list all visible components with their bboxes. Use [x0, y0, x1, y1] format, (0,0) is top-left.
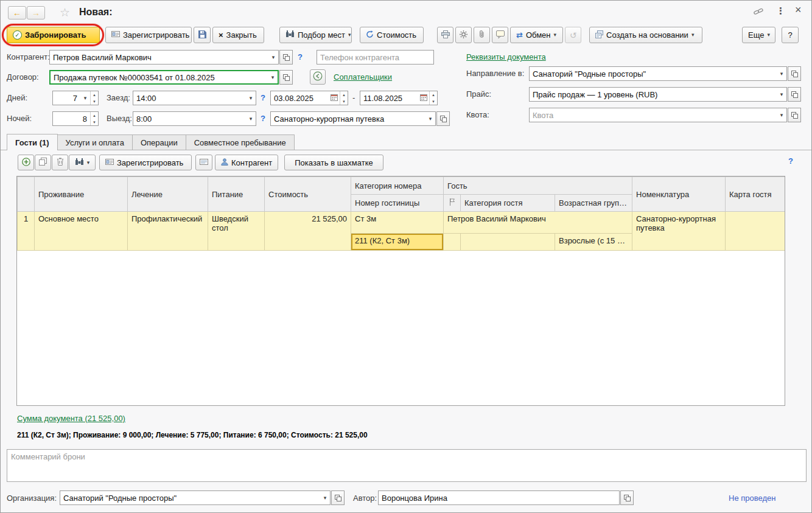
cost-cell[interactable]: 21 525,00 [265, 212, 351, 251]
quota-field[interactable]: ▾ [529, 108, 787, 122]
create-based-on-button[interactable]: Создать на основании ▾ [589, 27, 702, 43]
organization-dropdown[interactable]: ▾ [320, 491, 330, 504]
more-button[interactable]: Еще ▾ [742, 27, 775, 43]
checkout-help[interactable]: ? [261, 114, 265, 123]
days-input[interactable] [53, 91, 80, 105]
contract-open-button[interactable] [279, 70, 293, 85]
meals-header[interactable]: Питание [208, 177, 265, 212]
quota-input[interactable] [530, 108, 777, 122]
price-open-button[interactable] [788, 87, 801, 102]
row-number-header[interactable] [18, 177, 35, 212]
age-group-cell[interactable]: Взрослые (с 15 … [555, 234, 632, 251]
voucher-type-input[interactable] [271, 112, 425, 125]
hotel-room-cell[interactable]: 211 (К2, Ст 3м) [351, 234, 444, 251]
nomenclature-cell[interactable]: Санаторно-курортная путевка [632, 212, 726, 251]
grid-register-button[interactable]: Зарегистрировать [99, 155, 192, 170]
get-link-icon[interactable] [754, 7, 763, 18]
nights-input[interactable] [53, 112, 90, 125]
days-stepper[interactable]: ▲▼ [90, 91, 98, 105]
checkout-time-field[interactable]: ▾ [133, 111, 256, 126]
copy-row-button[interactable] [35, 155, 51, 170]
checkout-time-input[interactable] [133, 112, 246, 125]
author-field[interactable] [378, 490, 620, 505]
document-total-link[interactable]: Сумма документа (21 525,00) [17, 414, 125, 423]
nights-stepper[interactable]: ▲▼ [90, 112, 98, 125]
price-field[interactable]: ▾ [529, 87, 787, 102]
date-to-field[interactable]: ▲▼ [360, 91, 438, 105]
treatment-cell[interactable]: Профилактический [128, 212, 208, 251]
history-button[interactable]: ↺ [565, 27, 581, 43]
book-button[interactable]: ✓ Забронировать [7, 27, 100, 43]
date-from-calendar-button[interactable] [329, 91, 340, 105]
direction-open-button[interactable] [788, 66, 801, 81]
author-input[interactable] [379, 491, 619, 504]
nomenclature-header[interactable]: Номенклатура [632, 177, 726, 212]
print-button[interactable] [437, 27, 453, 43]
find-rooms-button[interactable]: ▾ [69, 155, 96, 170]
show-in-chess-button[interactable]: Показать в шахматке [284, 155, 383, 170]
guest-header[interactable]: Гость [444, 177, 632, 195]
guest-category-header[interactable]: Категория гостя [461, 195, 555, 212]
phone-input[interactable] [317, 51, 433, 64]
voucher-type-field[interactable]: ▾ [270, 111, 436, 126]
favorite-star-icon[interactable]: ☆ [60, 5, 70, 19]
guest-category-cell[interactable] [461, 234, 555, 251]
phone-field[interactable] [317, 50, 434, 65]
treatment-header[interactable]: Лечение [128, 177, 208, 212]
table-row[interactable]: 1 Основное место Профилактический Шведск… [18, 212, 785, 234]
price-dropdown[interactable]: ▾ [777, 88, 786, 101]
direction-field[interactable]: ▾ [529, 66, 787, 81]
guest-card-cell[interactable] [726, 212, 785, 251]
quota-open-button[interactable] [788, 108, 801, 122]
checkout-time-dropdown[interactable]: ▾ [246, 112, 256, 125]
menu-dots-icon[interactable]: ⋮ [776, 5, 785, 16]
room-category-cell[interactable]: Ст 3м [351, 212, 444, 234]
attachments-button[interactable] [474, 27, 490, 43]
tab-operations[interactable]: Операции [132, 134, 186, 150]
contractor-help[interactable]: ? [298, 52, 303, 61]
booking-comment-input[interactable] [7, 449, 807, 482]
room-category-header[interactable]: Категория номера [351, 177, 444, 195]
forward-button[interactable]: → [27, 6, 45, 19]
print-settings-button[interactable] [455, 27, 472, 43]
date-to-stepper[interactable]: ▲▼ [429, 91, 437, 105]
date-to-input[interactable] [360, 91, 418, 105]
window-close-icon[interactable]: × [795, 4, 802, 16]
organization-input[interactable] [60, 491, 320, 504]
contract-field[interactable]: ▾ [49, 70, 279, 85]
organization-field[interactable]: ▾ [60, 490, 331, 505]
guest-cell[interactable]: Петров Василий Маркович [444, 212, 632, 234]
guest-card-button[interactable] [195, 155, 212, 170]
date-from-field[interactable]: ▲▼ [270, 91, 348, 105]
contract-input[interactable] [51, 71, 268, 83]
checkin-time-input[interactable] [133, 91, 246, 105]
tab-joint-stay[interactable]: Совместное пребывание [186, 134, 295, 150]
exchange-button[interactable]: ⇄ Обмен ▾ [510, 27, 563, 43]
date-to-calendar-button[interactable] [418, 91, 429, 105]
row-number-cell[interactable]: 1 [18, 212, 35, 251]
checkin-time-field[interactable]: ▾ [133, 91, 256, 105]
cost-header[interactable]: Стоимость [265, 177, 351, 212]
pick-places-button[interactable]: Подбор мест ▾ [279, 27, 352, 43]
grid-contractor-button[interactable]: Контрагент [215, 155, 278, 170]
contractor-field[interactable]: ▾ [49, 50, 279, 65]
flag-cell[interactable] [444, 234, 461, 251]
contractor-input[interactable] [50, 51, 268, 64]
age-group-header[interactable]: Возрастная груп… [555, 195, 632, 212]
contractor-open-button[interactable] [279, 50, 293, 65]
add-row-button[interactable] [18, 155, 34, 170]
grid-help[interactable]: ? [788, 156, 793, 166]
author-open-button[interactable] [620, 490, 634, 505]
contract-dropdown[interactable]: ▾ [268, 71, 278, 83]
checkin-time-dropdown[interactable]: ▾ [246, 91, 256, 105]
hotel-room-header[interactable]: Номер гостиницы [351, 195, 444, 212]
close-button[interactable]: × Закрыть [212, 27, 264, 43]
help-button[interactable]: ? [782, 27, 799, 43]
price-input[interactable] [530, 88, 777, 101]
copayers-link[interactable]: Соплательщики [334, 72, 392, 82]
meals-cell[interactable]: Шведский стол [208, 212, 265, 251]
days-field[interactable]: ▾ ▲▼ [52, 91, 99, 105]
tab-guests[interactable]: Гости (1) [7, 134, 58, 150]
flag-header[interactable] [444, 195, 461, 212]
contract-back-button[interactable] [310, 69, 326, 85]
